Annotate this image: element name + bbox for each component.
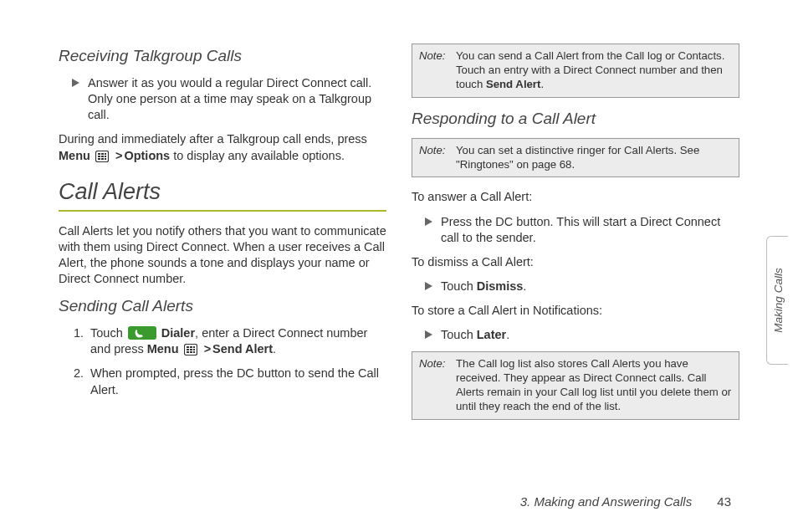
svg-rect-20 [193, 351, 195, 353]
bullet-item: Touch Later. [412, 327, 739, 343]
heading-sending-call-alerts: Sending Call Alerts [59, 297, 386, 315]
menu-label: Menu [147, 342, 179, 356]
note-body: The Call log list also stores Call Alert… [456, 357, 732, 414]
svg-rect-5 [101, 156, 104, 157]
svg-rect-8 [101, 158, 104, 160]
ordered-steps: Touch Dialer, enter a Direct Connect num… [59, 325, 386, 398]
heading-call-alerts: Call Alerts [59, 179, 386, 212]
triangle-bullet-icon [425, 217, 432, 226]
bullet-text: Press the DC button. This will start a D… [441, 214, 739, 246]
triangle-bullet-icon [425, 330, 432, 339]
chevron-right-icon: > [114, 149, 124, 162]
note-body: You can set a distinctive ringer for Cal… [456, 144, 732, 172]
paragraph-dismiss-intro: To dismiss a Call Alert: [412, 254, 739, 270]
svg-rect-4 [98, 156, 100, 157]
note-box: Note: You can set a distinctive ringer f… [412, 138, 739, 178]
heading-responding: Responding to a Call Alert [412, 110, 739, 128]
dialer-phone-icon [128, 326, 156, 340]
bullet-text: Touch Dismiss. [441, 279, 526, 294]
step-1: Touch Dialer, enter a Direct Connect num… [87, 325, 386, 357]
side-tab-label: Making Calls [771, 268, 784, 332]
svg-rect-7 [98, 158, 100, 160]
note-label: Note: [419, 49, 451, 92]
svg-rect-12 [187, 346, 189, 348]
svg-rect-2 [101, 153, 104, 155]
bullet-item: Touch Dismiss. [412, 279, 739, 294]
bullet-item: Press the DC button. This will start a D… [412, 214, 739, 246]
svg-rect-3 [105, 153, 106, 155]
note-body: You can send a Call Alert from the Call … [456, 49, 732, 92]
triangle-bullet-icon [425, 282, 432, 290]
page-number: 43 [717, 494, 731, 509]
note-box: Note: The Call log list also stores Call… [412, 351, 739, 420]
note-box: Note: You can send a Call Alert from the… [412, 43, 739, 98]
paragraph-answer-intro: To answer a Call Alert: [412, 189, 739, 205]
send-alert-label: Send Alert [212, 342, 273, 356]
note-label: Note: [419, 144, 451, 172]
left-column: Receiving Talkgroup Calls Answer it as y… [59, 43, 386, 432]
chapter-title: 3. Making and Answering Calls [520, 494, 692, 509]
bullet-text: Answer it as you would a regular Direct … [88, 75, 386, 123]
svg-rect-18 [187, 351, 189, 353]
bullet-item: Answer it as you would a regular Direct … [59, 75, 386, 123]
svg-rect-15 [187, 349, 189, 350]
svg-rect-16 [190, 349, 192, 350]
menu-label: Menu [59, 149, 90, 162]
triangle-bullet-icon [72, 79, 79, 87]
svg-rect-13 [190, 346, 192, 348]
menu-key-icon [184, 344, 197, 356]
chevron-right-icon: > [202, 342, 212, 356]
svg-rect-14 [193, 346, 195, 348]
svg-rect-17 [193, 349, 195, 350]
svg-rect-19 [190, 351, 192, 353]
page-footer: 3. Making and Answering Calls 43 [520, 494, 731, 509]
options-label: Options [124, 149, 170, 162]
heading-receiving-talkgroup: Receiving Talkgroup Calls [59, 47, 386, 65]
step-2: When prompted, press the DC button to se… [87, 366, 386, 397]
paragraph-after-talkgroup: During and immediately after a Talkgroup… [59, 131, 386, 163]
paragraph-store-intro: To store a Call Alert in Notifications: [412, 303, 739, 319]
menu-key-icon [95, 151, 109, 162]
note-label: Note: [419, 357, 451, 414]
side-tab: Making Calls [766, 236, 788, 365]
svg-rect-1 [98, 153, 100, 155]
svg-rect-9 [105, 158, 106, 160]
svg-rect-10 [128, 326, 156, 340]
paragraph-call-alerts-intro: Call Alerts let you notify others that y… [59, 223, 386, 288]
svg-rect-6 [105, 156, 106, 157]
dialer-label: Dialer [161, 326, 195, 340]
right-column: Note: You can send a Call Alert from the… [412, 43, 739, 432]
bullet-text: Touch Later. [441, 327, 509, 343]
